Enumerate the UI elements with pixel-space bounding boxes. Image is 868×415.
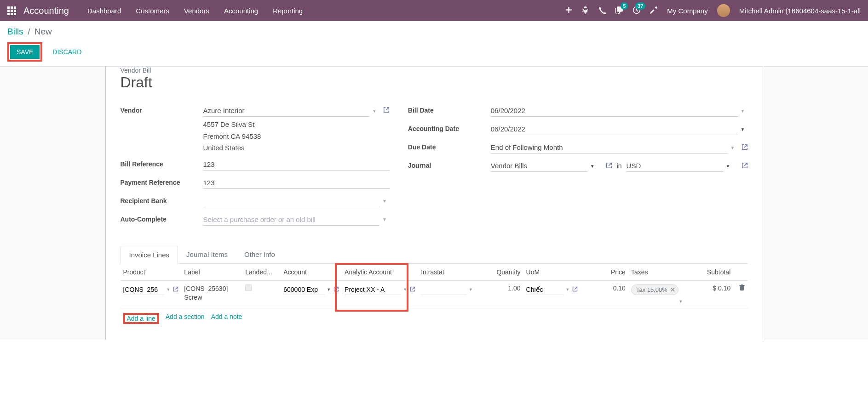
recipient-bank-input[interactable] <box>203 195 379 207</box>
caret-down-icon[interactable]: ▼ <box>379 199 390 204</box>
tax-tag[interactable]: Tax 15.00% ✕ <box>631 284 678 295</box>
caret-down-icon[interactable]: ▼ <box>679 299 683 304</box>
messages-icon[interactable]: 5 <box>615 6 623 16</box>
caret-down-icon[interactable]: ▼ <box>379 217 390 222</box>
add-section-link[interactable]: Add a section <box>166 313 205 324</box>
caret-down-icon[interactable]: ▼ <box>166 287 170 292</box>
breadcrumb: Bills / New <box>7 27 861 37</box>
currency-input[interactable] <box>627 160 723 172</box>
subtotal-cell: $ 0.10 <box>685 280 733 308</box>
menu-dashboard[interactable]: Dashboard <box>87 7 121 15</box>
discard-button[interactable]: DISCARD <box>46 45 88 59</box>
avatar[interactable] <box>717 4 730 17</box>
product-input[interactable] <box>123 284 165 295</box>
bill-date-input[interactable] <box>491 105 738 117</box>
th-uom[interactable]: UoM <box>523 264 581 281</box>
caret-down-icon[interactable]: ▼ <box>587 164 598 169</box>
activities-icon[interactable]: 37 <box>632 6 641 16</box>
th-label[interactable]: Label <box>181 264 242 281</box>
menu-reporting[interactable]: Reporting <box>273 7 303 15</box>
caret-down-icon[interactable]: ▼ <box>738 127 748 132</box>
nav-right: 5 37 My Company Mitchell Admin (16604604… <box>565 4 861 17</box>
th-product[interactable]: Product <box>121 264 182 281</box>
uom-input[interactable] <box>526 284 564 295</box>
tab-invoice-lines[interactable]: Invoice Lines <box>121 246 178 264</box>
intrastat-input[interactable] <box>421 284 467 295</box>
add-line-link[interactable]: Add a line <box>127 315 155 322</box>
caret-down-icon[interactable]: ▼ <box>327 287 331 292</box>
external-link-icon[interactable] <box>742 162 748 170</box>
th-quantity[interactable]: Quantity <box>476 264 523 281</box>
journal-input[interactable] <box>491 160 587 172</box>
th-analytic[interactable]: Analytic Account <box>342 264 418 281</box>
caret-down-icon[interactable]: ▼ <box>469 287 473 292</box>
caret-down-icon[interactable]: ▼ <box>723 164 733 169</box>
caret-down-icon[interactable]: ▼ <box>403 287 407 292</box>
highlight-add-line: Add a line <box>123 313 159 324</box>
analytic-input[interactable] <box>345 284 401 295</box>
breadcrumb-parent[interactable]: Bills <box>7 27 23 36</box>
due-date-input[interactable] <box>491 142 728 153</box>
taxes-cell[interactable]: Tax 15.00% ✕ ▼ <box>628 280 686 308</box>
caret-down-icon[interactable]: ▼ <box>369 108 379 114</box>
label-cell[interactable]: [CONS_25630] Screw <box>181 280 242 308</box>
user-name[interactable]: Mitchell Admin (16604604-saas-15-1-all <box>739 7 861 15</box>
th-landed[interactable]: Landed... <box>242 264 281 281</box>
remove-tax-icon[interactable]: ✕ <box>670 286 675 293</box>
account-input[interactable] <box>283 284 325 295</box>
caret-down-icon[interactable]: ▼ <box>565 287 569 292</box>
vendor-input[interactable] <box>203 105 369 117</box>
label-recipient-bank: Recipient Bank <box>121 195 203 205</box>
breadcrumb-current: New <box>34 27 52 36</box>
messages-badge: 5 <box>621 2 628 10</box>
apps-icon[interactable] <box>7 6 16 15</box>
accounting-date-input[interactable] <box>491 123 738 135</box>
external-link-icon[interactable] <box>383 107 390 114</box>
tab-other-info[interactable]: Other Info <box>236 246 283 263</box>
external-link-icon[interactable] <box>606 162 612 170</box>
external-link-icon[interactable] <box>742 144 748 152</box>
caret-down-icon[interactable]: ▼ <box>728 145 738 150</box>
external-link-icon[interactable] <box>333 286 339 293</box>
tab-journal-items[interactable]: Journal Items <box>178 246 236 263</box>
external-link-icon[interactable] <box>572 286 578 293</box>
price-cell[interactable]: 0.10 <box>581 280 628 308</box>
external-link-icon[interactable] <box>410 286 415 293</box>
landed-checkbox[interactable] <box>245 284 252 291</box>
sheet-bg: Vendor Bill Draft Vendor ▼ <box>0 67 868 340</box>
save-button[interactable]: SAVE <box>10 45 40 59</box>
label-journal: Journal <box>408 160 491 169</box>
trash-icon[interactable] <box>739 285 745 292</box>
menu-customers[interactable]: Customers <box>136 7 169 15</box>
menu-vendors[interactable]: Vendors <box>184 7 209 15</box>
th-subtotal[interactable]: Subtotal <box>685 264 733 281</box>
caret-down-icon[interactable]: ▼ <box>738 108 748 114</box>
bug-icon[interactable] <box>581 6 589 15</box>
plus-icon[interactable] <box>565 6 572 15</box>
form-grid: Vendor ▼ 4557 De Silva St Fremont CA 945… <box>121 105 748 232</box>
quantity-cell[interactable]: 1.00 <box>476 280 523 308</box>
add-note-link[interactable]: Add a note <box>211 313 242 324</box>
th-account[interactable]: Account <box>281 264 342 281</box>
table-row[interactable]: ▼ [CONS_25630] Screw <box>121 280 748 308</box>
label-bill-date: Bill Date <box>408 105 491 114</box>
company-name[interactable]: My Company <box>667 7 707 15</box>
landed-cell[interactable] <box>242 280 281 308</box>
phone-icon[interactable] <box>598 6 606 15</box>
buttons-row: SAVE DISCARD <box>7 42 861 62</box>
th-price[interactable]: Price <box>581 264 628 281</box>
bill-reference-input[interactable] <box>203 159 390 171</box>
payment-reference-input[interactable] <box>203 177 390 189</box>
auto-complete-input[interactable] <box>203 214 379 226</box>
app-title[interactable]: Accounting <box>23 6 69 16</box>
label-auto-complete: Auto-Complete <box>121 214 203 223</box>
th-intrastat[interactable]: Intrastat <box>418 264 476 281</box>
external-link-icon[interactable] <box>173 286 178 293</box>
th-taxes[interactable]: Taxes <box>628 264 686 281</box>
menu-accounting[interactable]: Accounting <box>224 7 258 15</box>
tools-icon[interactable] <box>650 6 658 15</box>
label-accounting-date: Accounting Date <box>408 123 491 132</box>
vendor-address: 4557 De Silva St Fremont CA 94538 United… <box>203 119 379 154</box>
highlight-save: SAVE <box>7 42 42 62</box>
control-panel: Bills / New SAVE DISCARD <box>0 21 868 67</box>
